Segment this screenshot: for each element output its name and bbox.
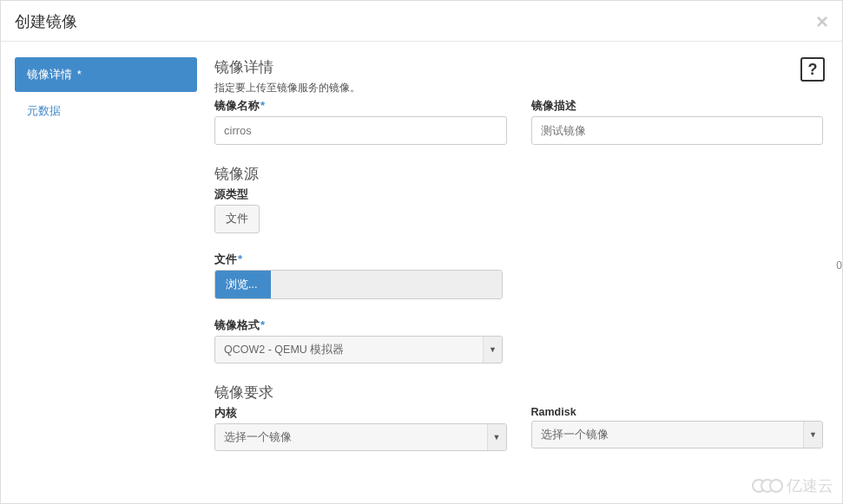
label-ramdisk: Ramdisk xyxy=(531,406,824,418)
row-name-desc: 镜像名称* 镜像描述 xyxy=(214,99,823,145)
ramdisk-select-wrap: 选择一个镜像 ▼ xyxy=(531,421,824,448)
side-tabs: 镜像详情 * 元数据 xyxy=(15,57,197,502)
create-image-modal: 创建镜像 × 镜像详情 * 元数据 ? 镜像详情 指定要上传至镜像服务的镜像。 xyxy=(0,0,843,504)
section-title-reqs: 镜像要求 xyxy=(214,383,823,403)
kernel-select-wrap: 选择一个镜像 ▼ xyxy=(214,423,507,451)
col-image-name: 镜像名称* xyxy=(214,99,507,145)
help-icon[interactable]: ? xyxy=(800,57,825,82)
browse-button[interactable]: 浏览... xyxy=(215,271,271,298)
required-asterisk-icon: * xyxy=(238,252,242,265)
file-upload-row: 浏览... xyxy=(214,270,503,299)
section-title-details: 镜像详情 xyxy=(214,57,823,77)
label-kernel: 内核 xyxy=(214,406,507,421)
close-icon[interactable]: × xyxy=(816,11,828,32)
form-content: ? 镜像详情 指定要上传至镜像服务的镜像。 镜像名称* 镜像描述 镜像源 xyxy=(214,57,828,502)
col-ramdisk: Ramdisk 选择一个镜像 ▼ xyxy=(531,406,824,451)
tab-label: 元数据 xyxy=(27,104,61,117)
label-file: 文件* xyxy=(214,252,823,267)
ramdisk-select[interactable]: 选择一个镜像 xyxy=(531,421,824,448)
edge-value: 0 xyxy=(836,259,842,272)
file-path-display xyxy=(271,271,502,298)
col-image-desc: 镜像描述 xyxy=(531,99,824,145)
image-format-select[interactable]: QCOW2 - QEMU 模拟器 xyxy=(214,336,503,363)
row-kernel-ramdisk: 内核 选择一个镜像 ▼ Ramdisk 选择一个镜像 ▼ xyxy=(214,406,823,451)
modal-body: 镜像详情 * 元数据 ? 镜像详情 指定要上传至镜像服务的镜像。 镜像名称* xyxy=(1,42,842,502)
modal-header: 创建镜像 × xyxy=(1,1,842,42)
label-image-desc: 镜像描述 xyxy=(531,99,824,114)
kernel-select[interactable]: 选择一个镜像 xyxy=(214,423,507,451)
label-source-type: 源类型 xyxy=(214,187,823,202)
image-format-select-wrap: QCOW2 - QEMU 模拟器 ▼ xyxy=(214,336,503,363)
required-asterisk-icon: * xyxy=(260,318,265,331)
label-image-name: 镜像名称* xyxy=(214,99,507,114)
modal-title: 创建镜像 xyxy=(15,11,77,32)
section-title-source: 镜像源 xyxy=(214,164,823,184)
required-mark-icon: * xyxy=(77,68,82,81)
tab-label: 镜像详情 xyxy=(27,68,72,81)
image-desc-input[interactable] xyxy=(531,116,824,145)
col-kernel: 内核 选择一个镜像 ▼ xyxy=(214,406,507,451)
label-image-format: 镜像格式* xyxy=(214,318,823,333)
details-description: 指定要上传至镜像服务的镜像。 xyxy=(214,81,823,95)
source-type-file-button[interactable]: 文件 xyxy=(214,205,260,233)
required-asterisk-icon: * xyxy=(260,99,265,112)
image-name-input[interactable] xyxy=(214,116,507,145)
tab-image-details[interactable]: 镜像详情 * xyxy=(15,57,197,92)
tab-metadata[interactable]: 元数据 xyxy=(15,94,197,128)
